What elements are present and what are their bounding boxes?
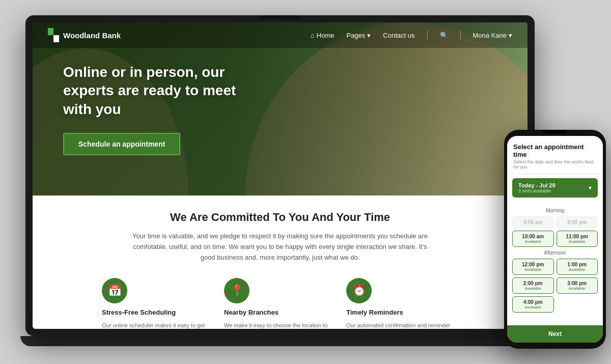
phone-header-subtitle: Select the date and time the works best … xyxy=(513,159,597,170)
phone-notch xyxy=(542,130,568,134)
search-icon: 🔍 xyxy=(440,32,448,39)
phone-date-info: Today - Jul 29 3 slots available xyxy=(518,182,556,193)
feature-branches-title: Nearby Branches xyxy=(224,309,279,316)
nav-user[interactable]: Mona Kane ▾ xyxy=(473,32,513,39)
time-slot-available: Available xyxy=(561,267,594,272)
time-slot-available: Available xyxy=(517,267,549,272)
nav-pages[interactable]: Pages ▾ xyxy=(346,32,371,39)
time-slot-available: Available xyxy=(517,239,549,244)
time-slot-12pm[interactable]: 12:00 pm Available xyxy=(512,259,554,275)
section-desc: Your time is valuable, and we pledge to … xyxy=(132,231,428,263)
chevron-down-icon-date: ▾ xyxy=(589,184,592,191)
feature-scheduling-title: Stress-Free Scheduling xyxy=(102,309,176,316)
time-slot-time: 1:00 pm xyxy=(561,262,594,267)
hero-title: Online or in person, our experts are rea… xyxy=(63,63,257,119)
features-grid: 📅 Stress-Free Scheduling Our online sche… xyxy=(102,278,458,329)
time-slot-time: 2:00 pm xyxy=(517,281,549,286)
time-slot-9pm[interactable]: 9:00 pm xyxy=(557,216,598,228)
nav-home[interactable]: ⌂ Home xyxy=(311,32,335,39)
feature-reminders-desc: Our automated confirmation and reminder … xyxy=(346,321,458,329)
time-slot-available: Available xyxy=(517,305,549,310)
laptop-device: Woodland Bank ⌂ Home Pages ▾ Contact us xyxy=(25,15,535,351)
time-slot-10am[interactable]: 10:00 am Available xyxy=(512,231,554,247)
phone-date-slots: 3 slots available xyxy=(518,188,556,193)
phone-device: Select an appointment time Select the da… xyxy=(504,130,606,349)
nav-search[interactable]: 🔍 xyxy=(440,32,448,39)
phone-header: Select an appointment time Select the da… xyxy=(507,136,603,174)
nav-divider-2 xyxy=(460,31,461,40)
feature-reminders: ⏰ Timely Reminders Our automated confirm… xyxy=(346,278,458,329)
phone-date-text: Today - Jul 29 xyxy=(518,182,556,188)
website: Woodland Bank ⌂ Home Pages ▾ Contact us xyxy=(33,22,527,329)
time-slot-time: 3:00 pm xyxy=(561,281,594,286)
time-slot-time: 10:00 am xyxy=(517,234,549,239)
laptop-base xyxy=(20,336,540,346)
content-section: We Are Committed To You And Your Time Yo… xyxy=(33,195,527,329)
laptop-body: Woodland Bank ⌂ Home Pages ▾ Contact us xyxy=(25,15,535,336)
time-slot-available: Available xyxy=(517,286,549,291)
time-slot-time: 12:00 pm xyxy=(517,262,549,267)
phone-body: Select an appointment time Select the da… xyxy=(504,130,606,349)
nav-divider xyxy=(427,31,428,40)
feature-scheduling: 📅 Stress-Free Scheduling Our online sche… xyxy=(102,278,214,329)
phone-content: Morning 8:00 am 9:00 pm 10:00 am Availab… xyxy=(507,202,603,325)
chevron-down-icon-user: ▾ xyxy=(509,32,512,39)
navbar: Woodland Bank ⌂ Home Pages ▾ Contact us xyxy=(33,22,527,48)
time-slot-1pm[interactable]: 1:00 pm Available xyxy=(557,259,598,275)
time-slot-time: 11:00 pm xyxy=(561,234,594,239)
time-slot-3pm[interactable]: 3:00 pm Available xyxy=(557,277,598,294)
time-slot-8am[interactable]: 8:00 am xyxy=(512,216,554,228)
section-title: We Are Committed To You And Your Time xyxy=(63,211,497,224)
time-slot-2pm[interactable]: 2:00 pm Available xyxy=(512,277,554,294)
time-slot-available: Available xyxy=(561,239,594,244)
nav-contact[interactable]: Contact us xyxy=(383,32,414,39)
phone-header-title: Select an appointment time xyxy=(513,143,597,158)
time-slot-time: 4:00 pm xyxy=(517,299,549,305)
brand-name: Woodland Bank xyxy=(63,31,121,40)
feature-branches: 📍 Nearby Branches We make it easy to cho… xyxy=(224,278,336,329)
time-slot-11pm[interactable]: 11:00 pm Available xyxy=(557,231,598,247)
home-icon: ⌂ xyxy=(311,32,315,39)
time-slot-available: Available xyxy=(561,286,594,291)
afternoon-time-grid: 12:00 pm Available 1:00 pm Available 2:0… xyxy=(512,259,598,313)
morning-time-grid: 8:00 am 9:00 pm 10:00 am Available 11:00… xyxy=(512,216,598,247)
hero-section: Online or in person, our experts are rea… xyxy=(33,22,527,195)
clock-icon: ⏰ xyxy=(346,278,372,303)
afternoon-label: Afternoon xyxy=(512,250,598,256)
location-icon: 📍 xyxy=(224,278,249,303)
feature-reminders-title: Timely Reminders xyxy=(346,309,403,316)
laptop-notch xyxy=(260,15,300,19)
schedule-appointment-button[interactable]: Schedule an appointment xyxy=(63,133,180,155)
morning-label: Morning xyxy=(512,208,598,213)
time-slot-time: 8:00 am xyxy=(517,219,549,225)
phone-date-selector[interactable]: Today - Jul 29 3 slots available ▾ xyxy=(512,178,598,198)
brand-logo xyxy=(48,28,59,42)
laptop-screen: Woodland Bank ⌂ Home Pages ▾ Contact us xyxy=(33,22,527,329)
navbar-nav: ⌂ Home Pages ▾ Contact us 🔍 xyxy=(311,31,512,40)
time-slot-time: 9:00 pm xyxy=(561,219,594,225)
feature-scheduling-desc: Our online scheduler makes it easy to ge… xyxy=(102,321,214,329)
phone-screen: Select an appointment time Select the da… xyxy=(507,136,603,343)
calendar-icon: 📅 xyxy=(102,278,127,303)
chevron-down-icon: ▾ xyxy=(367,32,371,39)
next-button[interactable]: Next xyxy=(507,325,603,343)
time-slot-4pm[interactable]: 4:00 pm Available xyxy=(512,296,554,313)
feature-branches-desc: We make it easy to choose the location t… xyxy=(224,321,336,329)
navbar-brand: Woodland Bank xyxy=(48,28,121,42)
